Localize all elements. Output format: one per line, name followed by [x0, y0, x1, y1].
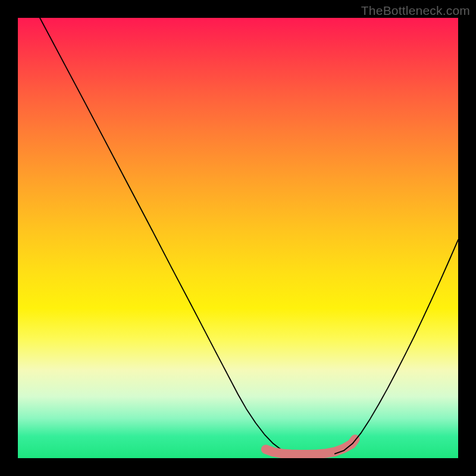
curve-left-curve: [40, 18, 291, 454]
chart-plot-area: [18, 18, 458, 458]
chart-stage: TheBottleneck.com: [0, 0, 476, 476]
watermark-text: TheBottleneck.com: [361, 4, 470, 18]
curve-right-curve: [335, 240, 458, 454]
chart-curves-layer: [18, 18, 458, 458]
